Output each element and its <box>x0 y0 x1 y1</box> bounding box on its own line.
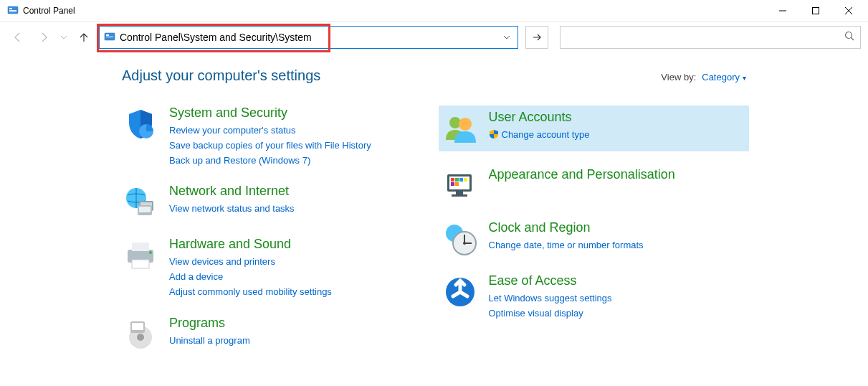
category-title[interactable]: Hardware and Sound <box>169 237 427 252</box>
category-appearance-and-personalisation: Appearance and Personalisation <box>442 167 747 204</box>
header-row: Adjust your computer's settings View by:… <box>122 67 746 84</box>
svg-rect-37 <box>456 192 463 194</box>
category-link[interactable]: Adjust commonly used mobility settings <box>169 285 427 300</box>
viewby-dropdown[interactable]: Category▾ <box>702 70 746 83</box>
svg-point-11 <box>846 32 852 39</box>
svg-rect-34 <box>464 178 467 182</box>
control-panel-icon <box>104 32 115 43</box>
category-link[interactable]: Optimise visual display <box>489 306 747 321</box>
page-title: Adjust your computer's settings <box>122 67 661 84</box>
category-link[interactable]: Review your computer's status <box>169 123 427 138</box>
left-column: System and Security Review your computer… <box>122 105 427 369</box>
svg-line-12 <box>852 38 854 41</box>
svg-rect-21 <box>132 260 149 268</box>
svg-rect-32 <box>455 178 459 182</box>
forward-button[interactable] <box>33 27 54 48</box>
category-clock-and-region: Clock and Region Change date, time or nu… <box>442 220 747 258</box>
shield-icon <box>122 105 159 143</box>
up-button[interactable] <box>73 27 95 48</box>
programs-icon <box>122 316 159 353</box>
svg-rect-38 <box>452 194 467 197</box>
address-bar[interactable]: Control Panel\System and Security\System <box>99 26 518 49</box>
address-dropdown-icon[interactable] <box>500 34 513 41</box>
category-programs: Programs Uninstall a program <box>122 316 427 353</box>
content-area: Adjust your computer's settings View by:… <box>0 53 868 369</box>
svg-rect-3 <box>9 11 16 12</box>
ease-of-access-icon <box>442 273 479 311</box>
user-accounts-icon <box>442 110 479 147</box>
category-title[interactable]: Network and Internet <box>169 184 427 199</box>
maximize-button[interactable] <box>799 0 832 22</box>
search-input[interactable] <box>566 32 844 43</box>
category-title[interactable]: System and Security <box>169 105 427 121</box>
search-box[interactable] <box>560 26 861 49</box>
svg-rect-26 <box>132 323 143 330</box>
svg-point-28 <box>459 118 472 131</box>
category-ease-of-access: Ease of Access Let Windows suggest setti… <box>442 273 747 321</box>
svg-rect-31 <box>451 178 454 182</box>
close-button[interactable] <box>832 0 865 22</box>
svg-rect-2 <box>9 10 16 11</box>
svg-rect-10 <box>106 37 113 37</box>
category-link[interactable]: Add a device <box>169 270 427 285</box>
category-link[interactable]: Save backup copies of your files with Fi… <box>169 138 427 154</box>
svg-point-43 <box>463 242 466 245</box>
recent-dropdown[interactable] <box>59 27 69 48</box>
clock-icon <box>442 220 479 258</box>
category-link[interactable]: Change account type <box>489 128 747 143</box>
appearance-icon <box>442 167 479 204</box>
viewby-label: View by: <box>661 72 696 83</box>
category-title[interactable]: Ease of Access <box>489 273 747 288</box>
svg-rect-18 <box>139 207 151 212</box>
printer-icon <box>122 237 159 274</box>
back-button[interactable] <box>7 27 29 48</box>
go-button[interactable] <box>525 26 548 49</box>
svg-rect-36 <box>455 182 459 186</box>
globe-network-icon <box>122 184 159 221</box>
category-user-accounts[interactable]: User Accounts Change account type <box>439 105 750 151</box>
svg-point-22 <box>149 251 152 254</box>
category-system-and-security: System and Security Review your computer… <box>122 105 427 168</box>
category-title[interactable]: Programs <box>169 316 427 331</box>
svg-rect-33 <box>459 178 463 182</box>
category-hardware-and-sound: Hardware and Sound View devices and prin… <box>122 237 427 299</box>
category-title[interactable]: Appearance and Personalisation <box>489 167 747 182</box>
category-title[interactable]: Clock and Region <box>489 220 747 235</box>
address-path: Control Panel\System and Security\System <box>120 32 500 43</box>
svg-rect-35 <box>451 182 454 186</box>
uac-shield-icon <box>489 129 499 139</box>
right-column: User Accounts Change account type Appear… <box>442 105 747 369</box>
category-link[interactable]: Back up and Restore (Windows 7) <box>169 154 427 169</box>
category-link[interactable]: View devices and printers <box>169 255 427 270</box>
svg-rect-20 <box>132 243 149 251</box>
category-link[interactable]: Let Windows suggest settings <box>489 291 747 306</box>
category-title[interactable]: User Accounts <box>489 110 747 125</box>
category-link[interactable]: Uninstall a program <box>169 334 427 349</box>
search-icon <box>844 31 854 44</box>
window-title: Control Panel <box>23 6 75 16</box>
nav-row: Control Panel\System and Security\System <box>0 22 868 53</box>
control-panel-icon <box>7 5 19 17</box>
titlebar: Control Panel <box>0 0 868 22</box>
category-network-and-internet: Network and Internet View network status… <box>122 184 427 221</box>
category-link[interactable]: Change date, time or number formats <box>489 238 747 253</box>
minimize-button[interactable] <box>766 0 799 22</box>
category-link[interactable]: View network status and tasks <box>169 202 427 217</box>
svg-rect-9 <box>106 34 109 36</box>
svg-rect-5 <box>813 7 819 14</box>
svg-point-24 <box>137 334 144 341</box>
svg-rect-1 <box>9 8 12 9</box>
